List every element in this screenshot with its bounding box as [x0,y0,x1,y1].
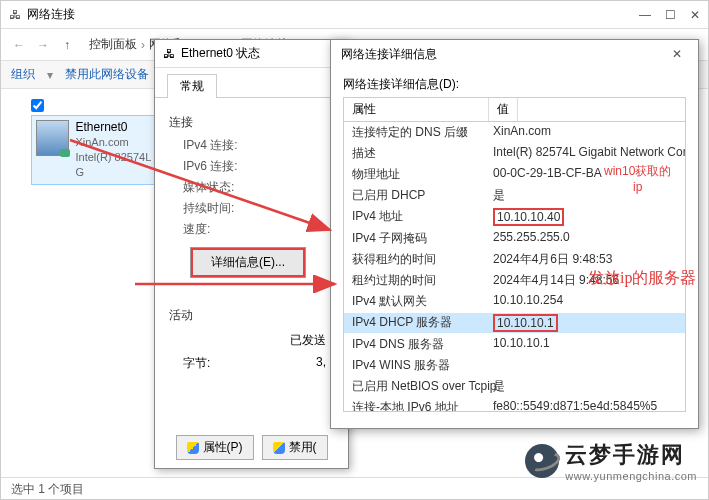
close-button[interactable]: ✕ [690,8,700,22]
organize-menu[interactable]: 组织 [11,66,35,83]
details-dialog-title: 网络连接详细信息 ✕ [331,40,698,68]
property-cell: IPv4 默认网关 [344,292,489,311]
value-cell: 00-0C-29-1B-CF-BA [489,165,685,184]
adapter-item-ethernet0[interactable]: Ethernet0 XinAn.com Intel(R) 82574L G [31,115,161,185]
chevron-down-icon: ▾ [47,68,53,82]
value-cell: 是 [489,377,685,396]
status-dialog-title: 🖧 Ethernet0 状态 [155,40,348,68]
bytes-sent-value: 3, [316,355,326,372]
value-cell: 10.10.10.40 [489,207,685,227]
details-table-body: 连接特定的 DNS 后缀XinAn.com描述Intel(R) 82574L G… [343,122,686,412]
stat-label: IPv4 连接: [183,137,238,154]
property-cell: IPv4 WINS 服务器 [344,356,489,375]
forward-button[interactable]: → [31,33,55,57]
network-status-icon: 🖧 [163,47,175,61]
breadcrumb-item[interactable]: 控制面板 [89,36,137,53]
table-row[interactable]: 连接-本地 IPv6 地址fe80::5549:d871:5e4d:5845%5 [344,397,685,412]
value-cell: 是 [489,186,685,205]
stat-label: 媒体状态: [183,179,234,196]
col-property: 属性 [344,98,489,121]
property-cell: IPv4 DHCP 服务器 [344,313,489,333]
value-cell: 255.255.255.0 [489,229,685,248]
value-cell: 2024年4月6日 9:48:53 [489,250,685,269]
adapter-info: Ethernet0 XinAn.com Intel(R) 82574L G [75,120,156,180]
minimize-button[interactable]: — [639,8,651,22]
col-value: 值 [489,98,518,121]
adapter-domain: XinAn.com [75,135,156,150]
back-button[interactable]: ← [7,33,31,57]
properties-button[interactable]: 属性(P) [176,435,254,460]
chevron-right-icon: › [141,38,145,52]
property-cell: IPv4 DNS 服务器 [344,335,489,354]
shield-icon [273,442,285,454]
disable-button[interactable]: 禁用( [262,435,328,460]
connection-details-dialog: 网络连接详细信息 ✕ 网络连接详细信息(D): 属性 值 连接特定的 DNS 后… [330,39,699,429]
value-cell: 10.10.10.1 [489,313,685,333]
shield-icon [187,442,199,454]
watermark-url: www.yunmengchina.com [565,470,697,482]
property-cell: 租约过期的时间 [344,271,489,290]
tab-panel-general: 连接 IPv4 连接: IPv6 连接: 媒体状态: 持续时间: 速度: 详细信… [155,97,348,447]
table-header: 属性 值 [343,97,686,122]
adapter-device: Intel(R) 82574L G [75,150,156,180]
property-cell: IPv4 子网掩码 [344,229,489,248]
table-row[interactable]: 描述Intel(R) 82574L Gigabit Network Connec… [344,143,685,164]
table-row[interactable]: IPv4 地址10.10.10.40 [344,206,685,228]
value-cell: Intel(R) 82574L Gigabit Network Connecti… [489,144,685,163]
group-activity: 活动 [169,307,334,324]
property-cell: 物理地址 [344,165,489,184]
maximize-button[interactable]: ☐ [665,8,676,22]
group-connection: 连接 [169,114,334,131]
table-row[interactable]: 获得租约的时间2024年4月6日 9:48:53 [344,249,685,270]
disable-device-cmd[interactable]: 禁用此网络设备 [65,66,149,83]
value-cell: 2024年4月14日 9:48:56 [489,271,685,290]
network-icon: 🖧 [9,8,21,22]
adapter-icon [36,120,69,156]
sent-label: 已发送 [290,332,326,349]
table-row[interactable]: IPv4 WINS 服务器 [344,355,685,376]
statusbar-text: 选中 1 个项目 [11,482,84,496]
ethernet-status-dialog: 🖧 Ethernet0 状态 常规 连接 IPv4 连接: IPv6 连接: 媒… [154,39,349,469]
bytes-label: 字节: [183,355,210,372]
stat-label: IPv6 连接: [183,158,238,175]
table-row[interactable]: IPv4 子网掩码255.255.255.0 [344,228,685,249]
highlight-box: 10.10.10.1 [493,314,558,332]
table-row[interactable]: IPv4 DNS 服务器10.10.10.1 [344,334,685,355]
close-button[interactable]: ✕ [666,47,688,61]
property-cell: 连接特定的 DNS 后缀 [344,123,489,142]
value-cell: 10.10.10.254 [489,292,685,311]
value-cell: 10.10.10.1 [489,335,685,354]
table-row[interactable]: 已启用 DHCP是 [344,185,685,206]
property-cell: 获得租约的时间 [344,250,489,269]
tab-general[interactable]: 常规 [167,74,217,98]
watermark: 云梦手游网 www.yunmengchina.com [525,440,697,482]
value-cell: fe80::5549:d871:5e4d:5845%5 [489,398,685,412]
property-cell: IPv4 地址 [344,207,489,227]
table-row[interactable]: 已启用 NetBIOS over Tcpip是 [344,376,685,397]
window-controls: — ☐ ✕ [639,8,700,22]
table-row[interactable]: IPv4 默认网关10.10.10.254 [344,291,685,312]
value-cell: XinAn.com [489,123,685,142]
main-titlebar: 🖧 网络连接 — ☐ ✕ [1,1,708,29]
table-row[interactable]: IPv4 DHCP 服务器10.10.10.1 [344,312,685,334]
details-button[interactable]: 详细信息(E)... [191,248,305,277]
property-cell: 连接-本地 IPv6 地址 [344,398,489,412]
table-row[interactable]: 物理地址00-0C-29-1B-CF-BA [344,164,685,185]
watermark-logo [525,444,559,478]
watermark-name: 云梦手游网 [565,440,697,470]
stat-label: 速度: [183,221,210,238]
adapter-name: Ethernet0 [75,120,156,135]
stat-label: 持续时间: [183,200,234,217]
value-cell [489,356,685,375]
adapter-checkbox[interactable] [31,99,44,112]
property-cell: 已启用 DHCP [344,186,489,205]
table-row[interactable]: 连接特定的 DNS 后缀XinAn.com [344,122,685,143]
up-button[interactable]: ↑ [55,33,79,57]
property-cell: 已启用 NetBIOS over Tcpip [344,377,489,396]
highlight-box: 10.10.10.40 [493,208,564,226]
table-row[interactable]: 租约过期的时间2024年4月14日 9:48:56 [344,270,685,291]
window-title: 网络连接 [27,6,75,23]
details-list-label: 网络连接详细信息(D): [343,76,686,93]
property-cell: 描述 [344,144,489,163]
